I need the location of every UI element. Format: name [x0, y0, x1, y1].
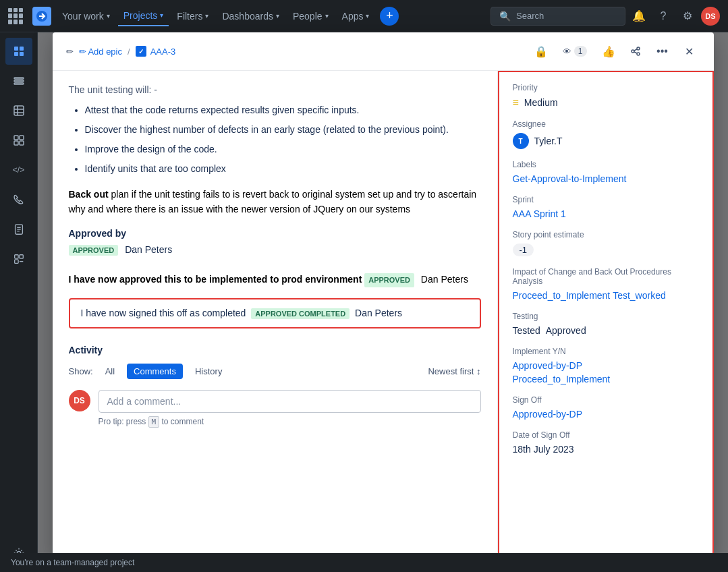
breadcrumb: ✏ ✏ Add epic / ✓ AAA-3: [66, 46, 176, 57]
back-out-bold: Back out: [69, 189, 109, 200]
approved-name: Dan Peters: [125, 244, 172, 255]
edit-icon: ✏: [66, 47, 74, 57]
newest-first-button[interactable]: Newest first ↕: [428, 366, 480, 376]
priority-row[interactable]: ≡ Medium: [513, 96, 699, 109]
labels-label: Labels: [513, 160, 699, 169]
eye-icon: 👁: [563, 47, 571, 57]
chevron-down-icon: ▾: [366, 12, 369, 20]
date-label: Date of Sign Off: [513, 430, 699, 440]
issue-modal: ✏ ✏ Add epic / ✓ AAA-3 🔒 👁 1: [53, 32, 714, 559]
sidebar-doc-icon[interactable]: [5, 216, 32, 243]
sidebar-layers-icon[interactable]: [5, 67, 32, 94]
breadcrumb-separator: /: [128, 47, 130, 57]
chevron-down-icon: ▾: [205, 12, 208, 20]
testing-field: Testing Tested Approved: [513, 312, 699, 336]
settings-button[interactable]: ⚙: [677, 5, 698, 27]
more-actions-button[interactable]: •••: [652, 40, 673, 62]
signoff-label: Sign Off: [513, 395, 699, 405]
impact-value1[interactable]: Proceed_to_Implement: [513, 290, 611, 301]
sidebar-grid-icon[interactable]: [5, 127, 32, 154]
issue-description-panel: The unit testing will: - Attest that the…: [53, 71, 498, 559]
pro-tip: Pro tip: press M to comment: [99, 417, 481, 426]
nav-your-work[interactable]: Your work ▾: [57, 7, 115, 26]
sidebar-home-icon[interactable]: [5, 38, 32, 65]
svg-line-28: [634, 52, 637, 53]
back-out-text: plan if the unit testing fails to is rev…: [69, 189, 477, 214]
notifications-button[interactable]: 🔔: [628, 5, 650, 27]
filter-comments-button[interactable]: Comments: [127, 364, 183, 379]
signoff-value[interactable]: Approved-by-DP: [513, 409, 583, 420]
nav-dashboards[interactable]: Dashboards ▾: [217, 7, 285, 26]
sidebar-puzzle-icon[interactable]: [5, 246, 32, 273]
nav-projects[interactable]: Projects ▾: [118, 6, 169, 26]
testing-value1: Tested: [513, 325, 540, 336]
labels-value[interactable]: Get-Approval-to-Implement: [513, 173, 627, 184]
approved-badge: APPROVED: [69, 245, 119, 256]
thumbs-up-button[interactable]: 👍: [598, 40, 619, 62]
svg-rect-22: [14, 260, 18, 263]
nav-filters[interactable]: Filters ▾: [171, 7, 214, 26]
sidebar-phone-icon[interactable]: [5, 186, 32, 213]
svg-rect-7: [14, 83, 24, 84]
priority-label: Priority: [513, 83, 699, 92]
impact-value2[interactable]: Test_worked: [613, 290, 666, 301]
implement-value2[interactable]: Proceed_to_Implement: [513, 374, 699, 384]
search-bar[interactable]: 🔍 Search: [491, 7, 625, 26]
svg-rect-5: [14, 78, 24, 79]
chevron-down-icon: ▾: [160, 11, 163, 19]
filter-history-button[interactable]: History: [188, 364, 229, 379]
svg-rect-14: [14, 141, 18, 145]
approved-row: APPROVED Dan Peters: [69, 244, 481, 256]
signed-off-text: I have now signed this off as completed: [81, 308, 246, 318]
svg-rect-15: [20, 141, 24, 145]
approved-message: I have now approved this to be implement…: [69, 272, 481, 288]
add-epic-link[interactable]: ✏ Add epic: [79, 47, 123, 57]
m-key: M: [148, 416, 160, 428]
bottom-bar-text: You're on a team-managed project: [11, 558, 134, 567]
jira-logo[interactable]: [32, 7, 51, 26]
priority-value: Medium: [524, 97, 558, 108]
user-avatar[interactable]: DS: [701, 7, 720, 26]
lock-button[interactable]: 🔒: [530, 40, 552, 62]
share-button[interactable]: [625, 40, 646, 62]
show-label: Show:: [69, 366, 93, 376]
svg-rect-3: [14, 52, 18, 56]
create-button[interactable]: +: [380, 7, 399, 26]
sidebar-list-icon[interactable]: [5, 97, 32, 124]
list-item: Discover the highest number of defects i…: [85, 123, 481, 137]
sprint-value[interactable]: AAA Sprint 1: [513, 208, 566, 219]
svg-rect-13: [20, 136, 24, 140]
issue-link[interactable]: ✓ AAA-3: [136, 46, 176, 57]
help-button[interactable]: ?: [652, 5, 674, 27]
modal-overlay[interactable]: ✏ ✏ Add epic / ✓ AAA-3 🔒 👁 1: [38, 32, 728, 572]
assignee-label: Assignee: [513, 119, 699, 129]
assignee-row[interactable]: T Tyler.T: [513, 133, 699, 149]
story-point-field: Story point estimate -1: [513, 230, 699, 256]
issue-details-panel: Priority ≡ Medium Assignee T Tyler.T: [498, 71, 714, 559]
filter-all-button[interactable]: All: [99, 364, 121, 379]
priority-icon: ≡: [513, 96, 519, 109]
nav-apps[interactable]: Apps ▾: [337, 7, 375, 26]
comment-area: DS Add a comment...: [69, 390, 481, 413]
svg-line-27: [634, 49, 637, 51]
svg-rect-21: [19, 255, 22, 258]
labels-field: Labels Get-Approval-to-Implement: [513, 160, 699, 184]
approved-completed-badge: APPROVED COMPLETED: [251, 308, 349, 319]
signed-off-box: I have now signed this off as completed …: [69, 298, 481, 328]
implement-value1[interactable]: Approved-by-DP: [513, 360, 699, 371]
svg-rect-12: [14, 136, 18, 140]
sidebar-code-icon[interactable]: </>: [5, 156, 32, 183]
svg-point-24: [637, 47, 640, 50]
nav-people[interactable]: People ▾: [287, 7, 334, 26]
story-point-value[interactable]: -1: [513, 244, 534, 256]
svg-rect-8: [14, 106, 24, 115]
apps-grid-icon[interactable]: [8, 8, 24, 24]
date-signoff-field: Date of Sign Off 18th July 2023: [513, 430, 699, 455]
top-navigation: Your work ▾ Projects ▾ Filters ▾ Dashboa…: [0, 0, 728, 32]
list-item: Improve the design of the code.: [85, 142, 481, 156]
comment-input[interactable]: Add a comment...: [99, 390, 481, 413]
issue-type-icon: ✓: [136, 46, 146, 57]
user-comment-avatar: DS: [69, 390, 90, 411]
close-button[interactable]: ✕: [679, 40, 700, 62]
watch-button[interactable]: 👁 1: [557, 43, 592, 59]
